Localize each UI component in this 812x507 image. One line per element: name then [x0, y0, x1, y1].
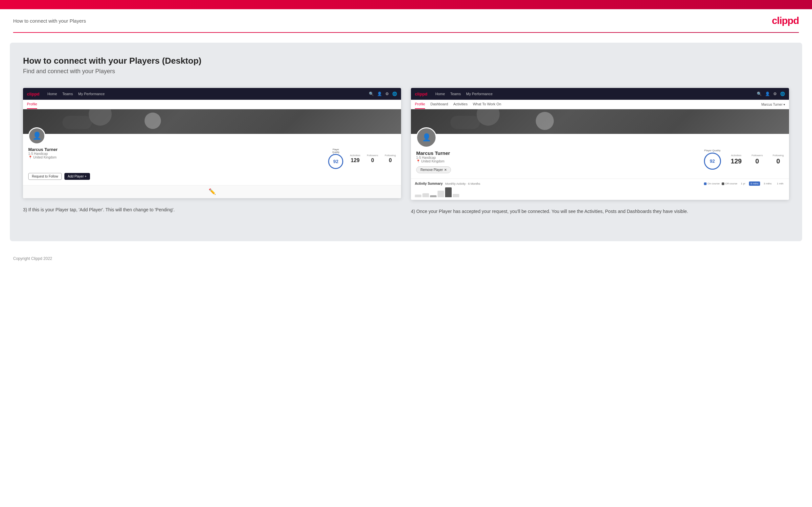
on-course-dot	[704, 182, 707, 185]
left-quality-badge: 92	[328, 154, 343, 169]
right-nav-my-performance[interactable]: My Performance	[466, 92, 493, 96]
page-footer: Copyright Clippd 2022	[0, 251, 812, 266]
right-activities-value: 129	[731, 158, 742, 165]
right-location-pin-icon: 📍	[416, 160, 420, 163]
clippd-logo: clippd	[772, 15, 799, 26]
left-player-handicap: 1-5 Handicap	[28, 152, 57, 156]
right-tab-what-to-work-on[interactable]: What To Work On	[473, 100, 501, 109]
activity-chart	[415, 186, 785, 197]
left-nav-teams[interactable]: Teams	[62, 92, 73, 96]
header-title: How to connect with your Players	[13, 18, 86, 23]
tab-profile[interactable]: Profile	[27, 100, 37, 109]
left-stat-followers: Followers 0	[367, 154, 378, 163]
activity-subtitle: Monthly Activity · 6 Months	[445, 182, 480, 185]
left-app-window: clippd Home Teams My Performance 🔍 👤 ⚙ 🌐…	[23, 88, 401, 198]
chart-bar-6	[453, 194, 459, 197]
filter-1yr[interactable]: 1 yr	[740, 181, 747, 186]
right-tab-profile[interactable]: Profile	[415, 100, 425, 109]
left-avatar: 👤	[28, 127, 45, 145]
on-course-label: On course	[708, 182, 720, 185]
search-icon[interactable]: 🔍	[369, 92, 374, 96]
right-tab-activities[interactable]: Activities	[453, 100, 467, 109]
step3-description: 3) If this is your Player tap, 'Add Play…	[23, 198, 401, 213]
copyright-text: Copyright Clippd 2022	[13, 256, 52, 261]
right-search-icon[interactable]: 🔍	[757, 92, 762, 96]
left-nav-icons: 🔍 👤 ⚙ 🌐	[369, 92, 397, 96]
header: How to connect with your Players clippd	[0, 9, 812, 32]
user-dropdown[interactable]: Marcus Turner ▾	[761, 103, 785, 106]
right-stat-following: Following 0	[773, 154, 784, 165]
right-app-window: clippd Home Teams My Performance 🔍 👤 ⚙ 🌐…	[411, 88, 789, 200]
right-tab-dashboard[interactable]: Dashboard	[430, 100, 448, 109]
off-course-legend: Off course	[722, 182, 738, 185]
right-player-handicap: 1-5 Handicap	[416, 156, 451, 160]
right-nav-logo: clippd	[415, 92, 427, 97]
remove-player-button[interactable]: Remove Player ✕	[416, 166, 451, 173]
chart-bar-2	[422, 193, 429, 197]
left-action-buttons: Request to Follow Add Player +	[28, 173, 396, 180]
right-followers-value: 0	[756, 158, 759, 165]
left-stat-following: Following 0	[385, 154, 396, 163]
filter-3mths[interactable]: 3 mths	[762, 181, 773, 186]
header-divider	[13, 32, 799, 33]
right-nav-home[interactable]: Home	[435, 92, 445, 96]
right-globe-icon[interactable]: 🌐	[780, 92, 785, 96]
right-activities-label: Activities	[731, 154, 742, 157]
right-nav-teams[interactable]: Teams	[450, 92, 461, 96]
left-quality-value: 92	[334, 159, 339, 164]
user-icon[interactable]: 👤	[377, 92, 382, 96]
screenshots-row: clippd Home Teams My Performance 🔍 👤 ⚙ 🌐…	[23, 88, 789, 215]
right-settings-icon[interactable]: ⚙	[773, 92, 777, 96]
followers-value: 0	[371, 158, 374, 163]
left-player-profile: 👤 Marcus Turner 1-5 Handicap 📍 United Ki…	[23, 127, 401, 185]
right-tab-bar: Profile Dashboard Activities What To Wor…	[411, 100, 789, 109]
off-course-dot	[722, 182, 724, 185]
right-user-icon[interactable]: 👤	[765, 92, 770, 96]
edit-pencil-icon: ✏️	[209, 188, 216, 195]
filter-6mths[interactable]: 6 mths	[749, 181, 760, 186]
request-to-follow-button[interactable]: Request to Follow	[28, 173, 62, 180]
right-avatar-icon: 👤	[422, 133, 431, 142]
left-player-name: Marcus Turner	[28, 147, 57, 152]
left-nav-home[interactable]: Home	[47, 92, 57, 96]
left-stat-activities: Activities 129	[350, 154, 360, 163]
main-content: How to connect with your Players (Deskto…	[10, 43, 802, 241]
location-pin-icon: 📍	[28, 156, 32, 159]
right-navbar: clippd Home Teams My Performance 🔍 👤 ⚙ 🌐	[411, 88, 789, 100]
left-player-location: 📍 United Kingdom	[28, 156, 57, 159]
activity-header-row: Activity Summary Monthly Activity · 6 Mo…	[415, 181, 785, 186]
right-following-label: Following	[773, 154, 784, 157]
close-icon: ✕	[444, 168, 447, 172]
right-stat-activities: Activities 129	[731, 154, 742, 165]
left-nav-my-performance[interactable]: My Performance	[78, 92, 105, 96]
top-bar	[0, 0, 812, 9]
chart-bar-1	[415, 194, 421, 197]
off-course-label: Off course	[725, 182, 738, 185]
add-player-button[interactable]: Add Player +	[64, 173, 90, 180]
right-avatar: 👤	[416, 127, 437, 148]
right-following-value: 0	[776, 158, 780, 165]
on-course-legend: On course	[704, 182, 720, 185]
chart-bar-4	[438, 191, 444, 197]
activity-summary: Activity Summary Monthly Activity · 6 Mo…	[411, 178, 789, 200]
filter-1mth[interactable]: 1 mth	[775, 181, 785, 186]
left-screenshot-block: clippd Home Teams My Performance 🔍 👤 ⚙ 🌐…	[23, 88, 401, 215]
right-quality-value: 92	[710, 159, 715, 164]
following-label: Following	[385, 154, 396, 157]
right-stats-row: Player Quality 92 Activities 129 Followe	[704, 149, 784, 170]
activities-value: 129	[351, 158, 360, 163]
page-title: How to connect with your Players (Deskto…	[23, 56, 789, 66]
chart-bar-5	[445, 187, 452, 197]
left-quality-label: PlayerQuality	[333, 148, 340, 154]
activities-label: Activities	[350, 154, 360, 157]
right-player-name: Marcus Turner	[416, 150, 451, 156]
right-quality-badge: 92	[704, 153, 721, 170]
right-quality-label: Player Quality	[704, 149, 721, 152]
right-nav-icons: 🔍 👤 ⚙ 🌐	[757, 92, 785, 96]
left-navbar: clippd Home Teams My Performance 🔍 👤 ⚙ 🌐	[23, 88, 401, 100]
followers-label: Followers	[367, 154, 378, 157]
right-followers-label: Followers	[752, 154, 763, 157]
globe-icon[interactable]: 🌐	[392, 92, 397, 96]
settings-icon[interactable]: ⚙	[385, 92, 389, 96]
left-tab-bar: Profile	[23, 100, 401, 109]
